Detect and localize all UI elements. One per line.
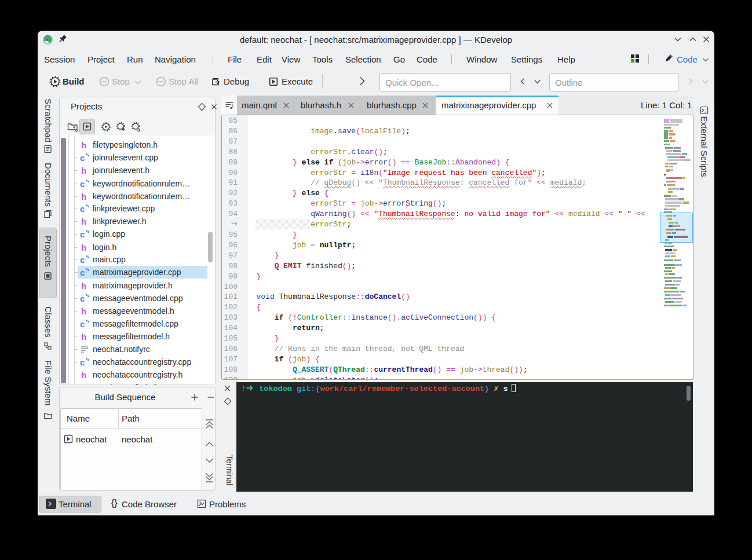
- svg-text:a: a: [137, 127, 141, 133]
